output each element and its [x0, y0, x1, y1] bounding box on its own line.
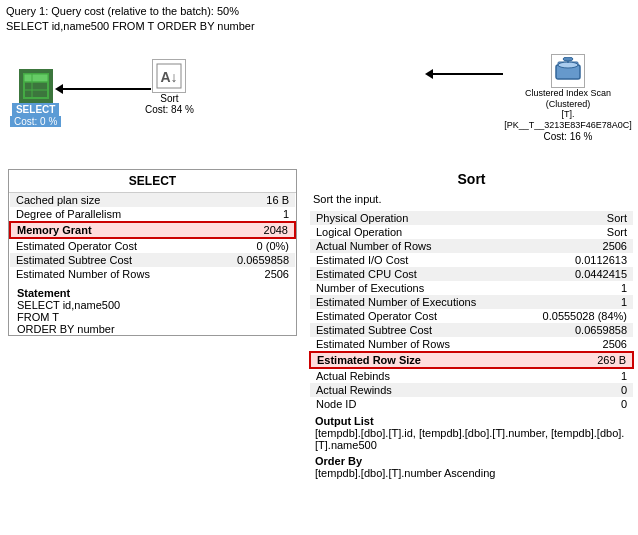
select-detail-row: Cached plan size16 B — [10, 193, 295, 207]
sort-details-title: Sort — [309, 169, 634, 191]
statement-line: FROM T — [17, 311, 288, 323]
select-detail-property: Cached plan size — [10, 193, 208, 207]
plan-area-left: SELECT Cost: 0 % A↓ Sort Cost: 84 % — [0, 39, 305, 169]
select-detail-property: Degree of Parallelism — [10, 207, 208, 222]
sort-detail-row: Estimated Operator Cost0.0555028 (84%) — [310, 309, 633, 323]
sort-detail-row: Logical OperationSort — [310, 225, 633, 239]
sort-details-area: Sort Sort the input. Physical OperationS… — [305, 169, 638, 481]
sort-detail-property: Actual Number of Rows — [310, 239, 517, 253]
query-info-bar: Query 1: Query cost (relative to the bat… — [0, 0, 638, 39]
sort-detail-value: 0 — [517, 397, 633, 411]
select-detail-row: Estimated Subtree Cost0.0659858 — [10, 253, 295, 267]
arrow-left — [55, 84, 151, 94]
sort-detail-row: Actual Rewinds0 — [310, 383, 633, 397]
svg-rect-1 — [24, 74, 48, 82]
sort-detail-row: Estimated Subtree Cost0.0659858 — [310, 323, 633, 337]
sort-detail-value: 0.0442415 — [517, 267, 633, 281]
select-detail-property: Memory Grant — [10, 222, 208, 238]
select-node[interactable]: SELECT Cost: 0 % — [10, 69, 61, 127]
sort-detail-property: Logical Operation — [310, 225, 517, 239]
statement-line: ORDER BY number — [17, 323, 288, 335]
arrow-line-right — [433, 73, 503, 75]
sort-detail-value: 0.0659858 — [517, 323, 633, 337]
sort-detail-property: Estimated CPU Cost — [310, 267, 517, 281]
sort-detail-row: Actual Rebinds1 — [310, 368, 633, 383]
sort-detail-row: Actual Number of Rows2506 — [310, 239, 633, 253]
select-detail-property: Estimated Subtree Cost — [10, 253, 208, 267]
sort-detail-row: Estimated Number of Executions1 — [310, 295, 633, 309]
sort-detail-row: Estimated Row Size269 B — [310, 352, 633, 368]
cluster-icon — [551, 54, 585, 88]
order-title: Order By — [315, 455, 628, 467]
cluster-node[interactable]: Clustered Index Scan (Clustered) [T].[PK… — [508, 54, 628, 142]
order-body: [tempdb].[dbo].[T].number Ascending — [315, 467, 628, 479]
sort-detail-row: Number of Executions1 — [310, 281, 633, 295]
statement-section: Statement SELECT id,name500FROM TORDER B… — [17, 287, 288, 335]
sort-detail-property: Actual Rebinds — [310, 368, 517, 383]
sort-label: Sort — [160, 93, 178, 104]
sort-detail-value: 1 — [517, 295, 633, 309]
sort-detail-value: 0.0112613 — [517, 253, 633, 267]
select-detail-value: 1 — [208, 207, 295, 222]
select-detail-value: 16 B — [208, 193, 295, 207]
right-panel: Clustered Index Scan (Clustered) [T].[PK… — [305, 39, 638, 481]
sort-detail-property: Estimated Subtree Cost — [310, 323, 517, 337]
output-title: Output List — [315, 415, 628, 427]
sort-icon: A↓ — [152, 59, 186, 93]
select-detail-value: 2506 — [208, 267, 295, 281]
sort-detail-value: 2506 — [517, 239, 633, 253]
sort-detail-property: Estimated Number of Rows — [310, 337, 517, 352]
select-detail-property: Estimated Operator Cost — [10, 238, 208, 253]
sort-detail-property: Actual Rewinds — [310, 383, 517, 397]
sort-detail-value: 2506 — [517, 337, 633, 352]
cluster-icon-svg — [554, 57, 582, 85]
output-section: Output List [tempdb].[dbo].[T].id, [temp… — [309, 411, 634, 481]
sort-details-table: Physical OperationSortLogical OperationS… — [309, 211, 634, 411]
sort-icon-svg: A↓ — [155, 62, 183, 90]
arrow-head-right-icon — [425, 69, 433, 79]
sort-detail-property: Number of Executions — [310, 281, 517, 295]
select-icon — [19, 69, 53, 103]
sort-detail-value: Sort — [517, 211, 633, 225]
select-detail-property: Estimated Number of Rows — [10, 267, 208, 281]
sort-detail-property: Estimated I/O Cost — [310, 253, 517, 267]
sort-detail-value: Sort — [517, 225, 633, 239]
select-cost: Cost: 0 % — [10, 116, 61, 127]
select-detail-value: 2048 — [208, 222, 295, 238]
sort-detail-value: 1 — [517, 368, 633, 383]
sort-detail-value: 0.0555028 (84%) — [517, 309, 633, 323]
sort-detail-row: Physical OperationSort — [310, 211, 633, 225]
table-icon — [22, 72, 50, 100]
sort-cost: Cost: 84 % — [145, 104, 194, 115]
sql-text: SELECT id,name500 FROM T ORDER BY number — [6, 19, 632, 34]
select-details-title: SELECT — [9, 170, 296, 193]
select-detail-value: 0.0659858 — [208, 253, 295, 267]
select-label: SELECT — [12, 103, 59, 116]
sort-node[interactable]: A↓ Sort Cost: 84 % — [145, 59, 194, 115]
sort-detail-value: 269 B — [517, 352, 633, 368]
select-detail-row: Degree of Parallelism1 — [10, 207, 295, 222]
select-details-table: Cached plan size16 BDegree of Parallelis… — [9, 193, 296, 281]
arrow-right — [425, 69, 503, 79]
main-area: SELECT Cost: 0 % A↓ Sort Cost: 84 % — [0, 39, 638, 481]
sort-detail-row: Node ID0 — [310, 397, 633, 411]
query-cost-text: Query 1: Query cost (relative to the bat… — [6, 4, 632, 19]
sort-subtitle: Sort the input. — [309, 191, 634, 211]
statement-title: Statement — [17, 287, 288, 299]
svg-point-11 — [563, 57, 573, 61]
cluster-label: Clustered Index Scan (Clustered) [T].[PK… — [504, 88, 632, 131]
select-detail-row: Estimated Number of Rows2506 — [10, 267, 295, 281]
arrow-line — [63, 88, 151, 90]
plan-area-right: Clustered Index Scan (Clustered) [T].[PK… — [305, 39, 638, 169]
output-body: [tempdb].[dbo].[T].id, [tempdb].[dbo].[T… — [315, 427, 628, 451]
sort-detail-row: Estimated Number of Rows2506 — [310, 337, 633, 352]
sort-detail-row: Estimated I/O Cost0.0112613 — [310, 253, 633, 267]
sort-detail-row: Estimated CPU Cost0.0442415 — [310, 267, 633, 281]
select-detail-row: Memory Grant2048 — [10, 222, 295, 238]
statement-line: SELECT id,name500 — [17, 299, 288, 311]
sort-detail-property: Estimated Number of Executions — [310, 295, 517, 309]
select-detail-value: 0 (0%) — [208, 238, 295, 253]
sort-detail-property: Estimated Operator Cost — [310, 309, 517, 323]
svg-text:A↓: A↓ — [161, 69, 178, 85]
cluster-cost: Cost: 16 % — [544, 131, 593, 142]
